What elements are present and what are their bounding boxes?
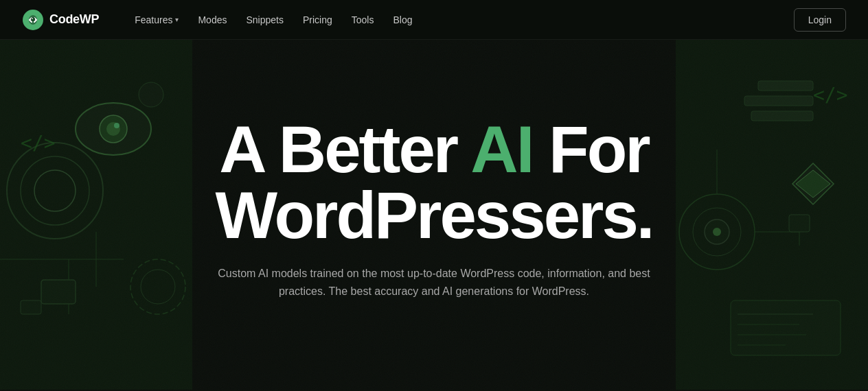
nav-item-features[interactable]: Features ▾ xyxy=(126,10,187,29)
svg-point-39 xyxy=(32,18,33,19)
svg-rect-19 xyxy=(758,81,813,91)
svg-point-7 xyxy=(114,123,119,128)
hero-decoration-right: </> xyxy=(676,40,868,390)
logo-text: CodeWP xyxy=(49,12,99,27)
nav-item-pricing[interactable]: Pricing xyxy=(295,10,341,29)
svg-rect-12 xyxy=(21,300,41,314)
svg-rect-31 xyxy=(789,215,810,232)
logo-icon xyxy=(22,9,44,31)
hero-decoration-left: </> xyxy=(0,40,192,390)
hero-title-ai: AI xyxy=(470,112,532,186)
nav-links: Features ▾ Modes Snippets Pricing Tools … xyxy=(126,10,794,29)
svg-rect-21 xyxy=(751,111,813,121)
hero-title: A Better AI For WordPressers. xyxy=(216,117,653,248)
svg-rect-11 xyxy=(41,280,76,304)
hero-subtitle: Custom AI models trained on the most up-… xyxy=(206,265,662,300)
hero-content: A Better AI For WordPressers. Custom AI … xyxy=(179,40,689,391)
nav-item-tools[interactable]: Tools xyxy=(343,10,382,29)
svg-text:</>: </> xyxy=(21,132,56,154)
svg-rect-32 xyxy=(731,300,841,355)
svg-rect-20 xyxy=(744,96,813,106)
svg-point-27 xyxy=(713,228,721,236)
svg-point-16 xyxy=(141,270,175,304)
hero-title-part2: For xyxy=(532,112,648,186)
svg-point-38 xyxy=(31,17,35,21)
svg-text:</>: </> xyxy=(813,84,848,106)
login-button[interactable]: Login xyxy=(794,8,846,32)
nav-item-blog[interactable]: Blog xyxy=(385,10,420,29)
nav-item-modes[interactable]: Modes xyxy=(190,10,235,29)
hero-title-line2: WordPressers. xyxy=(216,178,653,252)
logo[interactable]: CodeWP xyxy=(22,9,99,31)
nav-item-snippets[interactable]: Snippets xyxy=(238,10,291,29)
chevron-down-icon: ▾ xyxy=(175,16,179,23)
navigation: CodeWP Features ▾ Modes Snippets Pricing… xyxy=(0,0,868,40)
svg-point-13 xyxy=(139,82,163,107)
hero-section: </> </> xyxy=(0,0,868,391)
hero-title-part1: A Better xyxy=(219,112,470,186)
